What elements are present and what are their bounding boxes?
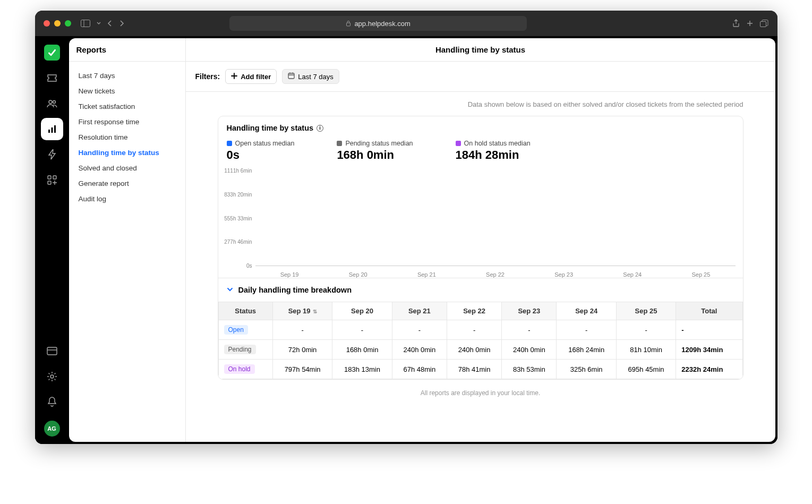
table-row: Pending72h 0min168h 0min240h 0min240h 0m… (218, 340, 742, 360)
table-header[interactable]: Sep 24 (557, 302, 616, 320)
avatar[interactable]: AG (44, 421, 60, 437)
browser-window: app.helpdesk.com (35, 11, 777, 444)
table-row: On hold797h 54min183h 13min67h 48min78h … (218, 360, 742, 379)
breakdown-toggle[interactable]: Daily handling time breakdown (218, 278, 743, 302)
svg-rect-0 (81, 20, 90, 27)
info-icon[interactable]: i (317, 125, 323, 132)
legend-item: Pending status median168h 0min (337, 140, 413, 162)
minimize-icon[interactable] (54, 20, 61, 27)
table-header[interactable]: Sep 19⇅ (272, 302, 332, 320)
plus-icon (231, 73, 237, 81)
reports-icon[interactable] (41, 118, 63, 140)
sidebar-item[interactable]: First response time (73, 114, 181, 130)
notifications-icon[interactable] (41, 391, 63, 413)
handling-card: Handling time by status i Open status me… (218, 116, 743, 380)
table-header[interactable]: Sep 23 (502, 302, 557, 320)
sidebar-item[interactable]: Solved and closed (73, 160, 181, 176)
add-filter-button[interactable]: Add filter (225, 69, 277, 84)
svg-rect-16 (288, 73, 294, 79)
status-badge: Open (224, 325, 248, 335)
sidebar-item[interactable]: Handling time by status (73, 145, 181, 160)
apps-icon[interactable] (41, 169, 63, 191)
new-tab-icon[interactable] (746, 20, 754, 27)
lock-icon (346, 20, 351, 27)
tickets-icon[interactable] (41, 67, 63, 89)
card-title: Handling time by status (227, 124, 314, 132)
svg-point-6 (53, 101, 55, 104)
page-title: Handling time by status (186, 38, 775, 62)
chart: 0s277h 46min555h 33min833h 20min1111h 6m… (255, 170, 736, 266)
address-bar[interactable]: app.helpdesk.com (229, 16, 527, 31)
automation-icon[interactable] (41, 143, 63, 166)
app-logo[interactable] (41, 41, 63, 64)
svg-rect-3 (760, 22, 766, 27)
titlebar: app.helpdesk.com (35, 11, 777, 36)
sidebar-toggle-icon[interactable] (81, 20, 90, 27)
legend-item: On hold status median184h 28min (456, 140, 531, 162)
filters-label: Filters: (195, 72, 220, 81)
chevron-down-icon (227, 286, 233, 294)
table-header[interactable]: Sep 20 (332, 302, 392, 320)
settings-icon[interactable] (41, 365, 63, 388)
svg-rect-9 (54, 125, 56, 133)
tabs-icon[interactable] (760, 20, 768, 27)
svg-rect-13 (47, 347, 57, 355)
app-rail: AG (35, 36, 69, 444)
table-header[interactable]: Sep 25 (616, 302, 676, 320)
people-icon[interactable] (41, 92, 63, 115)
svg-rect-2 (347, 23, 351, 26)
back-icon[interactable] (107, 20, 113, 27)
sort-icon: ⇅ (313, 309, 317, 314)
table-header[interactable]: Sep 21 (392, 302, 447, 320)
table-header[interactable]: Status (218, 302, 272, 320)
table-header[interactable]: Total (676, 302, 742, 320)
data-note: Data shown below is based on either solv… (218, 100, 743, 108)
breakdown-table: StatusSep 19⇅Sep 20Sep 21Sep 22Sep 23Sep… (218, 302, 743, 379)
svg-point-5 (49, 100, 52, 104)
sidebar-item[interactable]: Last 7 days (73, 68, 181, 83)
sidebar-item[interactable]: Audit log (73, 191, 181, 207)
calendar-icon (288, 72, 295, 81)
svg-rect-4 (44, 45, 60, 61)
chevron-down-icon[interactable] (97, 21, 101, 25)
sidebar: Reports Last 7 daysNew ticketsTicket sat… (69, 38, 186, 442)
sidebar-item[interactable]: New tickets (73, 83, 181, 99)
sidebar-title: Reports (69, 38, 185, 62)
table-header[interactable]: Sep 22 (447, 302, 501, 320)
close-icon[interactable] (44, 20, 50, 27)
billing-icon[interactable] (41, 340, 63, 362)
share-icon[interactable] (732, 19, 740, 28)
forward-icon[interactable] (119, 20, 124, 27)
svg-rect-10 (48, 176, 51, 179)
status-badge: On hold (224, 364, 255, 374)
sidebar-item[interactable]: Ticket satisfaction (73, 99, 181, 114)
svg-rect-7 (48, 130, 50, 133)
sidebar-item[interactable]: Generate report (73, 176, 181, 191)
svg-rect-11 (53, 176, 56, 179)
legend-item: Open status median0s (227, 140, 295, 162)
svg-rect-12 (48, 181, 51, 184)
table-row: Open-------- (218, 320, 742, 340)
sidebar-item[interactable]: Resolution time (73, 130, 181, 145)
date-range-button[interactable]: Last 7 days (282, 69, 339, 84)
footer-note: All reports are displayed in your local … (218, 380, 743, 399)
svg-point-15 (50, 375, 54, 378)
status-badge: Pending (224, 345, 256, 354)
url-text: app.helpdesk.com (354, 20, 411, 28)
maximize-icon[interactable] (65, 20, 71, 27)
svg-rect-8 (51, 127, 53, 133)
